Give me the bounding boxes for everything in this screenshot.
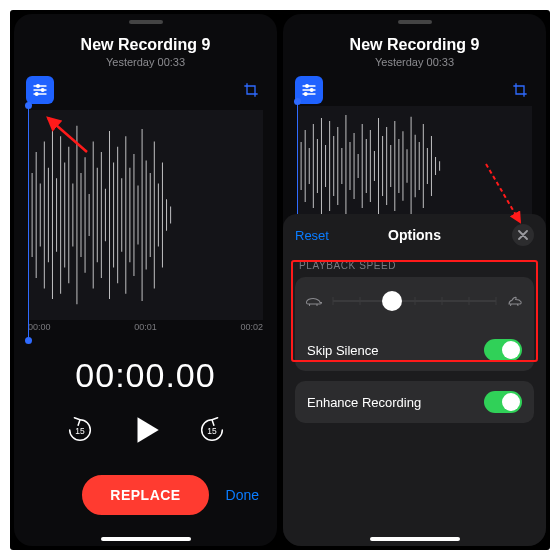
- svg-text:15: 15: [207, 426, 217, 436]
- enhance-toggle[interactable]: [484, 391, 522, 413]
- tick: 00:00: [28, 322, 51, 332]
- options-title: Options: [388, 227, 441, 243]
- recording-title: New Recording 9: [283, 36, 546, 54]
- recording-title: New Recording 9: [14, 36, 277, 54]
- skip-back-button[interactable]: 15: [65, 415, 95, 445]
- svg-point-49: [306, 85, 309, 88]
- speed-card: Skip Silence: [295, 277, 534, 371]
- playback-options-button[interactable]: [26, 76, 54, 104]
- trim-button[interactable]: [506, 76, 534, 104]
- skip-forward-button[interactable]: 15: [197, 415, 227, 445]
- edit-toolbar: [14, 68, 277, 104]
- crop-icon: [512, 82, 528, 98]
- section-label-speed: PLAYBACK SPEED: [299, 260, 530, 271]
- edit-toolbar: [283, 68, 546, 104]
- playhead[interactable]: [28, 106, 29, 340]
- phone-left: New Recording 9 Yesterday 00:33: [14, 14, 277, 546]
- sheet-grabber[interactable]: [129, 20, 163, 24]
- speed-slider[interactable]: [333, 291, 496, 311]
- home-indicator[interactable]: [370, 537, 460, 541]
- annotation-arrow-left: [42, 114, 92, 158]
- skip-back-15-icon: 15: [65, 415, 95, 445]
- replace-button[interactable]: REPLACE: [82, 475, 208, 515]
- comparison-stage: New Recording 9 Yesterday 00:33: [10, 10, 550, 550]
- time-ticks: 00:00 00:01 00:02: [28, 322, 263, 332]
- svg-point-4: [41, 89, 44, 92]
- turtle-icon: [305, 294, 323, 308]
- svg-point-3: [37, 85, 40, 88]
- svg-point-5: [35, 93, 38, 96]
- play-button[interactable]: [129, 413, 163, 447]
- phone-right: New Recording 9 Yesterday 00:33: [283, 14, 546, 546]
- enhance-label: Enhance Recording: [307, 395, 421, 410]
- skip-forward-15-icon: 15: [197, 415, 227, 445]
- speed-slider-knob[interactable]: [382, 291, 402, 311]
- playback-controls: 15 15: [14, 413, 277, 447]
- options-icon: [301, 82, 317, 98]
- recording-subtitle: Yesterday 00:33: [283, 56, 546, 68]
- tick: 00:02: [240, 322, 263, 332]
- elapsed-time: 00:00.00: [14, 356, 277, 395]
- recording-subtitle: Yesterday 00:33: [14, 56, 277, 68]
- svg-text:15: 15: [75, 426, 85, 436]
- options-icon: [32, 82, 48, 98]
- done-button[interactable]: Done: [226, 487, 259, 503]
- skip-silence-toggle[interactable]: [484, 339, 522, 361]
- enhance-card: Enhance Recording: [295, 381, 534, 423]
- svg-marker-43: [137, 417, 158, 443]
- svg-line-88: [486, 164, 520, 222]
- tick: 00:01: [134, 322, 157, 332]
- options-sheet: Reset Options PLAYBACK SPEED: [283, 214, 546, 546]
- trim-button[interactable]: [237, 76, 265, 104]
- bottom-bar: REPLACE Done: [14, 475, 277, 515]
- svg-point-50: [310, 89, 313, 92]
- play-icon: [129, 413, 163, 447]
- sheet-grabber[interactable]: [398, 20, 432, 24]
- home-indicator[interactable]: [101, 537, 191, 541]
- svg-line-45: [48, 118, 87, 152]
- skip-silence-label: Skip Silence: [307, 343, 379, 358]
- svg-point-51: [304, 93, 307, 96]
- reset-button[interactable]: Reset: [295, 228, 329, 243]
- rabbit-icon: [506, 294, 524, 308]
- crop-icon: [243, 82, 259, 98]
- annotation-arrow-right: [480, 160, 530, 234]
